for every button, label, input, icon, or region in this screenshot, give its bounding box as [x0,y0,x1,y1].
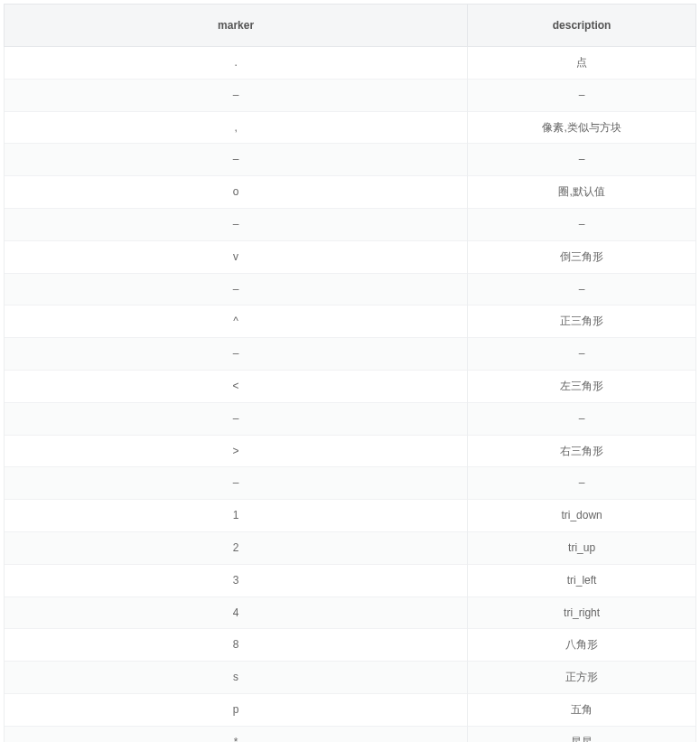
table-row: 2tri_up [5,531,696,564]
cell-marker: 3 [5,564,468,596]
table-row: *星星 [5,726,696,742]
cell-marker: > [5,435,468,467]
cell-marker: , [5,111,468,144]
table-row: 8八角形 [5,629,696,662]
table-row: –– [5,402,696,435]
table-row: –– [5,208,696,240]
cell-marker: p [5,693,468,726]
cell-description: – [468,402,696,435]
table-row: ^正三角形 [5,305,696,338]
cell-description: 正方形 [468,662,696,694]
table-row: <左三角形 [5,370,696,402]
cell-marker: 4 [5,596,468,629]
cell-description: – [468,208,696,240]
cell-marker: o [5,176,468,209]
table-row: –– [5,467,696,500]
cell-marker: – [5,338,468,371]
table-row: o圈,默认值 [5,176,696,209]
cell-marker: – [5,144,468,176]
table-row: ,像素,类似与方块 [5,111,696,144]
table-row: –– [5,338,696,371]
cell-description: tri_up [468,531,696,564]
marker-table: marker description .点––,像素,类似与方块––o圈,默认值… [4,4,696,742]
cell-description: – [468,273,696,305]
cell-description: – [468,338,696,371]
cell-description: – [468,144,696,176]
cell-description: tri_left [468,564,696,596]
cell-marker: – [5,467,468,500]
cell-marker: * [5,726,468,742]
table-row: 1tri_down [5,500,696,532]
table-row: –– [5,273,696,305]
cell-description: tri_down [468,500,696,532]
cell-marker: v [5,240,468,273]
cell-description: 圈,默认值 [468,176,696,209]
cell-marker: 2 [5,531,468,564]
cell-marker: – [5,402,468,435]
header-marker: marker [5,5,468,47]
table-row: 3tri_left [5,564,696,596]
table-row: s正方形 [5,662,696,694]
cell-marker: . [5,47,468,80]
cell-description: tri_right [468,596,696,629]
cell-marker: 8 [5,629,468,662]
table-row: >右三角形 [5,435,696,467]
table-row: –– [5,79,696,111]
table-row: –– [5,144,696,176]
table-row: .点 [5,47,696,80]
cell-description: 点 [468,47,696,80]
table-row: 4tri_right [5,596,696,629]
cell-marker: – [5,273,468,305]
cell-marker: s [5,662,468,694]
header-description: description [468,5,696,47]
table-header: marker description [5,5,696,47]
cell-marker: 1 [5,500,468,532]
cell-description: 倒三角形 [468,240,696,273]
cell-marker: – [5,208,468,240]
cell-marker: < [5,370,468,402]
cell-marker: – [5,79,468,111]
cell-description: – [468,467,696,500]
cell-description: 五角 [468,693,696,726]
header-row: marker description [5,5,696,47]
table-row: v倒三角形 [5,240,696,273]
cell-description: 八角形 [468,629,696,662]
cell-description: – [468,79,696,111]
cell-description: 星星 [468,726,696,742]
table-row: p五角 [5,693,696,726]
cell-description: 正三角形 [468,305,696,338]
table-body: .点––,像素,类似与方块––o圈,默认值––v倒三角形––^正三角形––<左三… [5,47,696,743]
cell-description: 右三角形 [468,435,696,467]
cell-description: 左三角形 [468,370,696,402]
cell-marker: ^ [5,305,468,338]
cell-description: 像素,类似与方块 [468,111,696,144]
